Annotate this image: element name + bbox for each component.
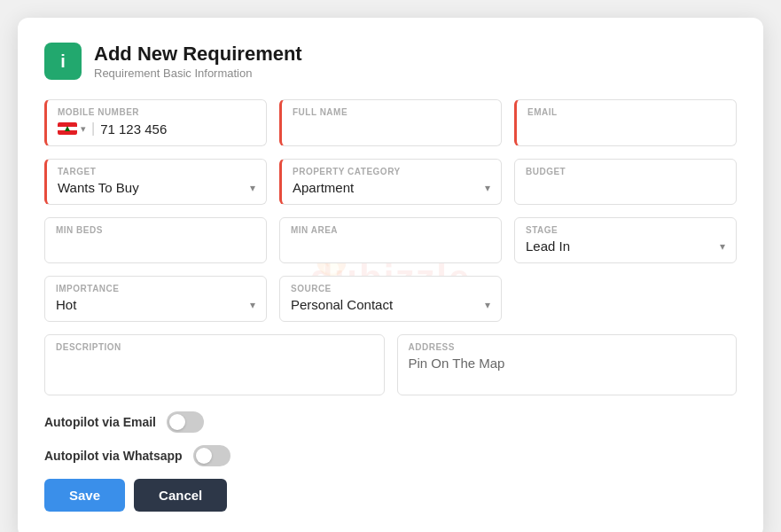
stage-select[interactable]: Lead In Contacted Closed (526, 239, 720, 254)
modal-header: i Add New Requirement Requirement Basic … (44, 43, 737, 80)
min-beds-label: MIN BEDS (56, 225, 255, 235)
cancel-button[interactable]: Cancel (134, 479, 227, 512)
address-value[interactable]: Pin On The Map (409, 356, 726, 371)
autopilot-email-row: Autopilot via Email (44, 411, 737, 433)
property-category-select[interactable]: Apartment Villa Office (293, 180, 485, 195)
budget-input[interactable] (526, 180, 725, 195)
modal-title: Add New Requirement (94, 43, 302, 66)
importance-field: IMPORTANCE Hot Warm Cold ▾ (44, 276, 267, 322)
importance-select-wrapper: Hot Warm Cold ▾ (56, 297, 255, 312)
importance-chevron-icon: ▾ (250, 299, 255, 311)
autopilot-whatsapp-toggle[interactable] (193, 445, 230, 466)
importance-label: IMPORTANCE (56, 284, 255, 293)
autopilot-whatsapp-row: Autopilot via Whatsapp (44, 445, 737, 466)
stage-field: STAGE Lead In Contacted Closed ▾ (514, 217, 737, 263)
lb-flag-icon (58, 122, 77, 135)
stage-select-wrapper: Lead In Contacted Closed ▾ (526, 239, 725, 254)
row-2: TARGET Wants To Buy Wants To Rent ▾ PROP… (44, 159, 737, 205)
property-category-select-wrapper: Apartment Villa Office ▾ (293, 180, 490, 195)
mobile-number-label: MOBILE NUMBER (58, 107, 255, 117)
source-chevron-icon: ▾ (485, 299, 490, 311)
row-4: IMPORTANCE Hot Warm Cold ▾ SOURCE Person… (44, 276, 737, 322)
target-field: TARGET Wants To Buy Wants To Rent ▾ (44, 159, 267, 205)
dropdown-arrow[interactable]: ▾ (81, 123, 86, 135)
source-select-wrapper: Personal Contact Website Referral ▾ (291, 297, 490, 312)
min-beds-field: MIN BEDS (44, 217, 267, 263)
action-buttons-row: Save Cancel (44, 479, 737, 512)
source-label: SOURCE (291, 284, 490, 293)
autopilot-email-toggle[interactable] (167, 411, 204, 433)
target-chevron-icon: ▾ (250, 182, 255, 194)
min-beds-input[interactable] (56, 239, 255, 254)
min-area-label: MIN AREA (291, 225, 490, 235)
min-area-field: MIN AREA (279, 217, 502, 263)
address-field: ADDRESS Pin On The Map (397, 334, 738, 395)
description-input[interactable] (56, 356, 373, 386)
stage-label: STAGE (526, 225, 725, 235)
target-select[interactable]: Wants To Buy Wants To Rent (58, 180, 250, 195)
row-1: MOBILE NUMBER ▾ | FULL NAME (44, 99, 737, 146)
source-field: SOURCE Personal Contact Website Referral… (279, 276, 502, 322)
budget-field: BUDGET (514, 159, 737, 205)
email-input[interactable] (527, 121, 725, 136)
full-name-input[interactable] (293, 121, 490, 136)
modal-container: dubizzle 🔥 i Add New Requirement Require… (18, 18, 763, 532)
flag-display: ▾ (58, 122, 86, 135)
mobile-input-row: ▾ | (58, 121, 255, 137)
property-category-field: PROPERTY CATEGORY Apartment Villa Office… (279, 159, 502, 205)
budget-label: BUDGET (526, 167, 725, 176)
full-name-field: FULL NAME (279, 99, 502, 146)
save-button[interactable]: Save (44, 479, 125, 512)
mobile-number-field: MOBILE NUMBER ▾ | (44, 99, 267, 146)
modal-subtitle: Requirement Basic Information (94, 66, 302, 80)
stage-chevron-icon: ▾ (720, 240, 725, 253)
row-3: MIN BEDS MIN AREA STAGE Lead In Contacte… (44, 217, 737, 263)
header-text: Add New Requirement Requirement Basic In… (94, 43, 302, 80)
mobile-input[interactable] (100, 121, 255, 137)
email-field: EMAIL (514, 99, 737, 146)
source-select[interactable]: Personal Contact Website Referral (291, 297, 485, 312)
property-category-label: PROPERTY CATEGORY (293, 167, 490, 176)
autopilot-whatsapp-label: Autopilot via Whatsapp (44, 449, 183, 463)
email-label: EMAIL (527, 107, 725, 117)
description-field: DESCRIPTION (44, 334, 385, 395)
address-label: ADDRESS (409, 342, 726, 352)
description-label: DESCRIPTION (56, 342, 373, 352)
importance-select[interactable]: Hot Warm Cold (56, 297, 250, 312)
header-icon: i (44, 43, 82, 80)
row-5: DESCRIPTION ADDRESS Pin On The Map (44, 334, 737, 395)
target-select-wrapper: Wants To Buy Wants To Rent ▾ (58, 180, 255, 195)
min-area-input[interactable] (291, 239, 490, 254)
target-label: TARGET (58, 167, 255, 176)
property-category-chevron-icon: ▾ (485, 182, 490, 194)
full-name-label: FULL NAME (293, 107, 490, 117)
autopilot-email-label: Autopilot via Email (44, 415, 156, 429)
